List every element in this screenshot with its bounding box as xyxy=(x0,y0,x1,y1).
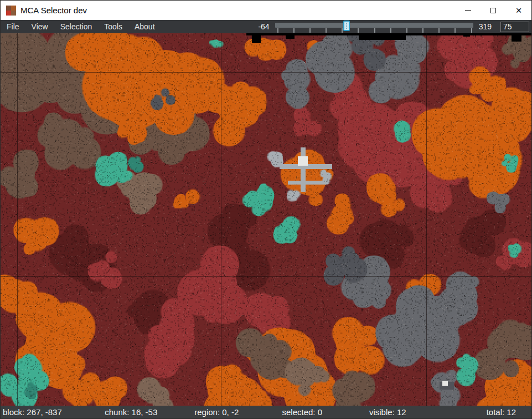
height-value-input[interactable] xyxy=(500,22,529,32)
minimize-button[interactable] xyxy=(455,1,481,20)
minimize-icon xyxy=(465,10,471,11)
window-title: MCA Selector dev xyxy=(20,6,87,15)
app-window: MCA Selector dev × File View Selection T… xyxy=(0,0,532,419)
status-bar: block: 267, -837 chunk: 16, -53 region: … xyxy=(1,406,531,418)
status-chunk: chunk: 16, -53 xyxy=(89,407,174,417)
map-area xyxy=(1,33,531,406)
height-slider-max-label: 319 xyxy=(479,22,492,31)
slider-track[interactable] xyxy=(275,23,473,28)
close-button[interactable]: × xyxy=(506,1,531,20)
close-icon: × xyxy=(515,4,521,17)
menu-view[interactable]: View xyxy=(25,21,54,33)
status-block: block: 267, -837 xyxy=(1,407,89,417)
height-slider[interactable] xyxy=(275,20,473,33)
slider-ticks xyxy=(277,28,472,33)
status-visible: visible: 12 xyxy=(345,407,431,417)
app-icon-tile xyxy=(11,6,16,11)
title-bar: MCA Selector dev × xyxy=(1,1,531,20)
status-region: region: 0, -2 xyxy=(174,407,260,417)
slider-thumb[interactable] xyxy=(343,21,350,31)
menu-tools[interactable]: Tools xyxy=(98,21,128,33)
maximize-icon xyxy=(490,8,496,13)
status-total: total: 12 xyxy=(431,407,532,417)
app-icon xyxy=(6,6,16,16)
menu-selection[interactable]: Selection xyxy=(54,21,99,33)
app-icon-tile xyxy=(6,6,11,11)
status-selected: selected: 0 xyxy=(260,407,345,417)
app-icon-tile xyxy=(6,11,11,16)
app-icon-tile xyxy=(11,11,16,16)
height-slider-min-label: -64 xyxy=(258,22,269,31)
menu-about[interactable]: About xyxy=(128,21,161,33)
map-canvas[interactable] xyxy=(1,33,531,406)
maximize-button[interactable] xyxy=(481,1,506,20)
menu-bar: File View Selection Tools About -64 319 xyxy=(1,20,531,33)
menu-file[interactable]: File xyxy=(1,21,25,33)
